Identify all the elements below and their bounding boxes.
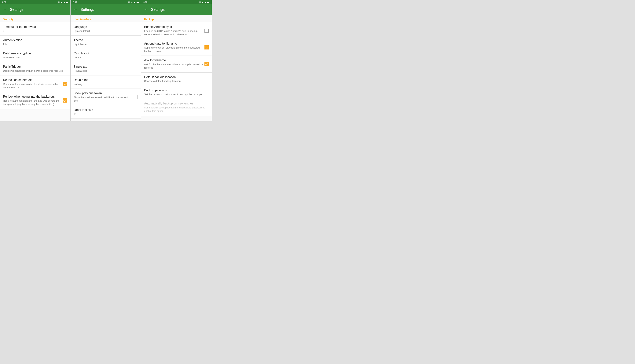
setting-item-card-layout[interactable]: Card layoutDefault [71, 49, 141, 62]
setting-item-ask-filename[interactable]: Ask for filenameAsk for the filename eve… [141, 56, 212, 72]
battery-icon: ▬ [66, 1, 68, 3]
panel-panel-security: 6:38 ▦ ▲ ▲ ▬ ← SettingsSecurityTimeout f… [0, 0, 71, 121]
setting-title: Enable Android sync [144, 25, 203, 29]
setting-subtitle: Require authentication after the devices… [3, 82, 62, 89]
checkbox[interactable] [205, 62, 209, 66]
setting-text: Panic TriggerDecide what happens when a … [3, 65, 67, 72]
setting-item-theme[interactable]: ThemeLight theme [71, 36, 141, 49]
settings-content: SecurityTimeout for tap to reveal5Authen… [0, 15, 70, 121]
signal-icon: ▲ [63, 1, 65, 3]
setting-item-single-tap[interactable]: Single-tapReveal/Hide [71, 62, 141, 76]
vibrate-icon: ▦ [128, 1, 130, 4]
back-button[interactable]: ← [144, 8, 148, 12]
status-time: 6:38 [2, 1, 6, 3]
setting-subtitle: Password / PIN [3, 56, 66, 59]
setting-text: Re-lock on screen offRequire authenticat… [3, 78, 63, 89]
setting-item-db-encryption[interactable]: Database encryptionPassword / PIN [0, 49, 70, 62]
setting-text: Label font size18 [74, 108, 138, 116]
setting-subtitle: 5 [3, 30, 66, 33]
battery-icon: ▬ [137, 1, 139, 3]
app-bar: ← Settings [0, 4, 70, 15]
section-header: Security [0, 15, 70, 22]
setting-text: Card layoutDefault [74, 52, 138, 59]
setting-item-append-date[interactable]: Append date to filenameAppend the curren… [141, 39, 212, 56]
setting-subtitle: Choose a default backup location [144, 80, 207, 83]
setting-text: AuthenticationPIN [3, 38, 67, 46]
status-icons: ▦ ▲ ▲ ▬ [58, 1, 68, 4]
wifi-icon: ▲ [202, 1, 204, 3]
setting-title: Theme [74, 38, 136, 42]
setting-item-timeout[interactable]: Timeout for tap to reveal5 [0, 22, 70, 36]
setting-item-default-backup-location[interactable]: Default backup locationChoose a default … [141, 72, 212, 86]
setting-subtitle: Set the password that is used to encrypt… [144, 93, 207, 96]
vibrate-icon: ▦ [58, 1, 60, 4]
checkbox[interactable] [63, 98, 67, 102]
setting-title: Re-lock on screen off [3, 78, 62, 82]
setting-item-relock-screen[interactable]: Re-lock on screen offRequire authenticat… [0, 76, 70, 92]
checkbox[interactable] [63, 82, 67, 86]
setting-subtitle: Ask for the filename every time a backup… [144, 63, 203, 70]
setting-title: Automatically backup on new entries [144, 102, 207, 106]
setting-item-show-previous-token[interactable]: Show previous tokenShow the previous tok… [71, 89, 141, 106]
setting-text: Append date to filenameAppend the curren… [144, 42, 205, 53]
checkbox[interactable] [205, 45, 209, 50]
status-bar: 6:38 ▦ ▲ ▲ ▬ [0, 0, 70, 4]
setting-subtitle: Default [74, 56, 136, 59]
setting-title: Database encryption [3, 52, 66, 56]
app-bar-title: Settings [81, 8, 94, 12]
setting-title: Append date to filename [144, 42, 203, 46]
setting-subtitle: Show the previous token in addition to t… [74, 96, 132, 102]
setting-text: Re-lock when going into the backgrou..Re… [3, 95, 63, 106]
signal-icon: ▲ [134, 1, 136, 3]
back-button[interactable]: ← [3, 8, 7, 12]
setting-text: Show previous tokenShow the previous tok… [74, 92, 134, 102]
settings-content: BackupEnable Android syncEnables andOTP … [141, 15, 212, 121]
setting-text: Automatically backup on new entriesSet a… [144, 102, 209, 113]
setting-subtitle: Light theme [74, 43, 136, 46]
setting-item-label-font-size[interactable]: Label font size18 [71, 106, 141, 119]
setting-item-authentication[interactable]: AuthenticationPIN [0, 36, 70, 49]
app-bar: ← Settings [141, 4, 212, 15]
setting-item-backup-password[interactable]: Backup passwordSet the password that is … [141, 86, 212, 99]
setting-title: Default backup location [144, 75, 207, 79]
settings-content: User interfaceLanguageSystem defaultThem… [71, 15, 141, 121]
setting-item-relock-background[interactable]: Re-lock when going into the backgrou..Re… [0, 92, 70, 109]
status-icons: ▦ ▲ ▲ ▬ [128, 1, 139, 4]
setting-item-language[interactable]: LanguageSystem default [71, 22, 141, 36]
setting-title: Timeout for tap to reveal [3, 25, 66, 29]
setting-item-panic-trigger[interactable]: Panic TriggerDecide what happens when a … [0, 62, 70, 76]
setting-subtitle: Enables andOTP to use Android's built in… [144, 30, 203, 36]
setting-title: Single-tap [74, 65, 136, 69]
setting-item-double-tap[interactable]: Double-tapNothing [71, 76, 141, 89]
setting-subtitle: 18 [74, 112, 136, 116]
setting-title: Double-tap [74, 78, 136, 82]
app-bar: ← Settings [71, 4, 141, 15]
setting-title: Backup password [144, 88, 207, 92]
setting-subtitle: PIN [3, 43, 66, 46]
setting-text: LanguageSystem default [74, 25, 138, 33]
back-button[interactable]: ← [74, 8, 77, 12]
setting-item-android-sync[interactable]: Enable Android syncEnables andOTP to use… [141, 22, 212, 39]
status-time: 6:39 [73, 1, 77, 3]
setting-text: Default backup locationChoose a default … [144, 75, 209, 83]
panel-panel-backup: 6:39 ▦ ▲ ▲ ▬ ← SettingsBackupEnable Andr… [141, 0, 212, 121]
checkbox[interactable] [205, 29, 209, 33]
setting-title: Label font size [74, 108, 136, 112]
status-time: 6:39 [143, 1, 147, 3]
section-header: User interface [71, 15, 141, 22]
signal-icon: ▲ [205, 1, 207, 3]
setting-title: Language [74, 25, 136, 29]
setting-title: Ask for filename [144, 58, 203, 62]
setting-text: Enable Android syncEnables andOTP to use… [144, 25, 205, 36]
setting-item-auto-backup[interactable]: Automatically backup on new entriesSet a… [141, 99, 212, 116]
setting-subtitle: System default [74, 30, 136, 33]
setting-subtitle: Nothing [74, 82, 136, 86]
setting-title: Card layout [74, 52, 136, 56]
checkbox[interactable] [134, 95, 138, 99]
status-bar: 6:39 ▦ ▲ ▲ ▬ [141, 0, 212, 4]
section-header: Backup [141, 15, 212, 22]
battery-icon: ▬ [207, 1, 209, 3]
app-bar-title: Settings [151, 8, 165, 12]
setting-text: Backup passwordSet the password that is … [144, 88, 209, 96]
setting-text: ThemeLight theme [74, 38, 138, 46]
